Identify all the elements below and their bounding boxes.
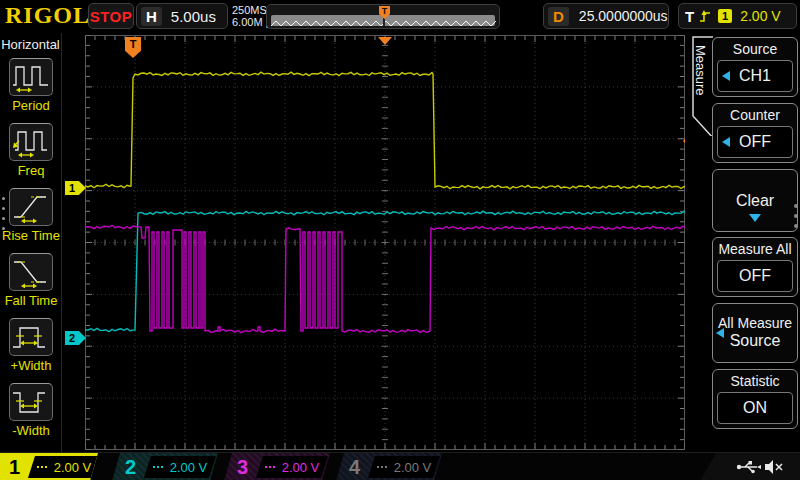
trigger-delay-block[interactable]: D 25.0000000us (543, 3, 669, 29)
period-button[interactable] (9, 58, 53, 96)
top-status-bar: RIGOL STOP H 5.00us 250MSa/s 6.00M pts T… (0, 0, 800, 33)
channel-2-scale-text: 2.00 V (170, 460, 208, 475)
channel-1-number: 1 (9, 454, 20, 480)
channel-1-scale-text: 2.00 V (54, 460, 92, 475)
scroll-indicator-dot (2, 217, 5, 220)
dc-coupling-icon (265, 466, 276, 468)
period-icon (11, 61, 51, 93)
waveform-display-area: T 1 2 T (85, 35, 685, 450)
measure-all-value[interactable]: OFF (717, 260, 793, 292)
channel-3-scale: 2.00 V (256, 456, 328, 478)
all-measure-label: All Measure (713, 315, 797, 331)
rise-time-icon (11, 191, 51, 223)
menu-all-measure-source[interactable]: All Measure Source (712, 303, 798, 363)
source-value[interactable]: CH1 (717, 60, 793, 92)
plus-width-icon (11, 321, 51, 353)
dc-coupling-icon (153, 466, 164, 468)
menu-counter[interactable]: Counter OFF (712, 103, 798, 163)
run-state-indicator[interactable]: STOP (88, 3, 134, 29)
statistic-label: Statistic (713, 373, 797, 389)
source-value-text: CH1 (739, 67, 771, 85)
menu-statistic[interactable]: Statistic ON (712, 369, 798, 429)
trigger-label: T (685, 8, 694, 25)
source-label: Source (713, 41, 797, 57)
scroll-indicator-dot (2, 207, 5, 210)
menu-source[interactable]: Source CH1 (712, 37, 798, 97)
trigger-source-badge: 1 (718, 9, 732, 23)
counter-label: Counter (713, 107, 797, 123)
all-measure-source-text: Source (713, 332, 797, 350)
down-arrow-icon (749, 214, 761, 222)
freq-button[interactable] (9, 123, 53, 161)
channel-4-block[interactable]: 4 2.00 V (336, 453, 442, 480)
rising-edge-icon (699, 9, 712, 24)
fall-time-button[interactable] (9, 253, 53, 291)
channel-4-scale: 2.00 V (368, 456, 440, 478)
plus-width-label: +Width (0, 358, 62, 373)
channel-1-scale: 2.00 V (28, 456, 100, 478)
left-menu-title: Horizontal (0, 37, 61, 52)
menu-clear[interactable]: Clear (712, 169, 798, 232)
fall-time-icon (11, 256, 51, 288)
waveform-preview-bar[interactable]: T (266, 4, 500, 29)
horizontal-timebase-block[interactable]: H 5.00us (136, 3, 228, 29)
freq-label: Freq (0, 163, 62, 178)
measure-item-sidebar: Horizontal Period Freq (0, 33, 62, 452)
menu-item-minus-width[interactable]: -Width (0, 383, 62, 438)
measure-all-label: Measure All (713, 241, 797, 257)
rise-time-button[interactable] (9, 188, 53, 226)
counter-value[interactable]: OFF (717, 126, 793, 158)
channel-1-block[interactable]: 1 2.00 V (0, 453, 106, 480)
minus-width-button[interactable] (9, 383, 53, 421)
channel-3-number: 3 (237, 454, 248, 480)
channel-3-scale-text: 2.00 V (282, 460, 320, 475)
menu-item-period[interactable]: Period (0, 58, 62, 113)
usb-icon (736, 460, 762, 474)
timebase-value: 5.00us (171, 8, 216, 25)
channel-status-bar: 1 2.00 V 2 2.00 V 3 2.00 V 4 2.00 V (0, 452, 800, 480)
left-arrow-icon (722, 137, 730, 147)
channel-2-scale: 2.00 V (144, 456, 216, 478)
menu-measure-all[interactable]: Measure All OFF (712, 237, 798, 297)
ch2-offset-marker[interactable]: 2 (65, 331, 86, 345)
trigger-settings-block[interactable]: T 1 2.00 V (678, 3, 797, 29)
plus-width-button[interactable] (9, 318, 53, 356)
scroll-indicator-dot (2, 227, 5, 230)
scroll-indicator-dot (794, 224, 798, 228)
fall-time-label: Fall Time (0, 293, 62, 308)
clear-label: Clear (713, 192, 797, 210)
dc-coupling-icon (377, 466, 388, 468)
left-arrow-icon (722, 71, 730, 81)
minus-width-label: -Width (0, 423, 62, 438)
channel-4-scale-text: 2.00 V (394, 460, 432, 475)
minus-width-icon (11, 386, 51, 418)
rigol-logo: RIGOL (5, 2, 90, 29)
period-label: Period (0, 98, 62, 113)
speaker-muted-icon (764, 459, 784, 475)
scroll-indicator-dot (794, 204, 798, 208)
horizontal-label: H (141, 7, 162, 26)
channel-2-block[interactable]: 2 2.00 V (112, 453, 218, 480)
menu-item-plus-width[interactable]: +Width (0, 318, 62, 373)
measure-all-value-text: OFF (739, 267, 771, 285)
channel-2-number: 2 (125, 454, 136, 480)
statistic-value[interactable]: ON (717, 392, 793, 424)
left-arrow-icon (716, 328, 724, 338)
statistic-value-text: ON (743, 399, 767, 417)
graticule-and-traces (85, 35, 685, 450)
measure-tab-label: Measure (693, 45, 708, 96)
menu-item-fall-time[interactable]: Fall Time (0, 253, 62, 308)
dc-coupling-icon (37, 466, 48, 468)
menu-item-rise-time[interactable]: Rise Time (0, 188, 62, 243)
ch1-offset-marker[interactable]: 1 (65, 181, 86, 195)
channel-3-block[interactable]: 3 2.00 V (224, 453, 330, 480)
channel-4-number: 4 (349, 454, 360, 480)
rise-time-label: Rise Time (0, 228, 62, 243)
counter-value-text: OFF (739, 133, 771, 151)
measure-menu-panel: Measure Source CH1 Counter OFF Clear Mea… (685, 33, 800, 452)
scroll-indicator-dot (794, 214, 798, 218)
status-icons-block (700, 453, 800, 480)
delay-label: D (548, 7, 569, 26)
menu-item-freq[interactable]: Freq (0, 123, 62, 178)
freq-icon (11, 126, 51, 158)
